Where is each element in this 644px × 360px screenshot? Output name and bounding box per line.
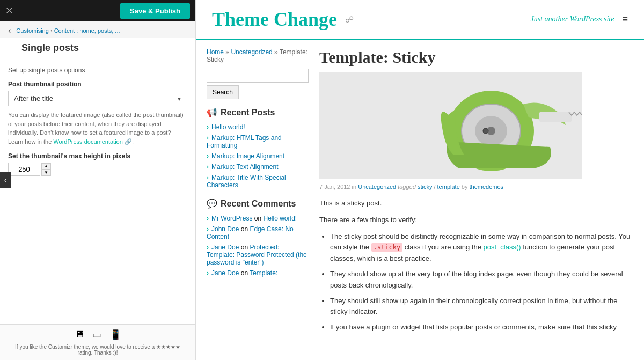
list-item: If you have a plugin or widget that list… [330, 322, 633, 333]
spinner-down[interactable]: ▼ [41, 170, 51, 176]
list-item: They should show up at the very top of t… [330, 269, 633, 291]
thumbnail-position-select-wrapper: Before the title After the title No thum… [8, 91, 187, 106]
breadcrumb-category-link[interactable]: Uncategorized [231, 48, 272, 56]
thumbnail-position-select[interactable]: Before the title After the title No thum… [8, 91, 187, 106]
post-link[interactable]: Markup: Text Alignment [211, 163, 279, 171]
commenter-link[interactable]: Jane Doe [211, 269, 239, 277]
search-input[interactable] [207, 69, 309, 83]
section-description: Set up single posts options [8, 67, 187, 74]
post-link[interactable]: Markup: Image Alignment [211, 152, 284, 160]
mobile-icon[interactable]: 📱 [109, 329, 121, 341]
customizer-left-panel: ✕ Save & Publish ‹ Customising › Content… [0, 0, 196, 360]
list-item: Markup: Text Alignment [207, 161, 309, 172]
post-body-list: The sticky post should be distinctly rec… [319, 231, 633, 333]
breadcrumb-home-link[interactable]: Home [207, 48, 224, 56]
thumbnail-help-text: You can display the featured image (also… [8, 111, 187, 146]
search-button[interactable]: Search [207, 85, 239, 99]
spinner-buttons: ▲ ▼ [41, 163, 51, 176]
code-sticky: .sticky [371, 243, 403, 252]
recent-comments-widget: 💬 Recent Comments Mr WordPress on Hello … [207, 199, 309, 278]
post-meta: 7 Jan, 2012 in Uncategorized tagged stic… [319, 183, 633, 190]
wp-sidebar: Home » Uncategorized » Template: Sticky … [207, 48, 309, 339]
back-arrow-icon[interactable]: ‹ [8, 26, 11, 35]
wp-content-area: Home » Uncategorized » Template: Sticky … [196, 40, 644, 347]
svg-rect-5 [539, 112, 572, 122]
post-link[interactable]: Hello world! [211, 123, 245, 131]
desktop-icon[interactable]: 🖥 [75, 329, 84, 341]
breadcrumb-sep1: » [225, 48, 231, 56]
close-button[interactable]: ✕ [5, 5, 13, 17]
spinner-up[interactable]: ▲ [41, 163, 51, 170]
commenter-link[interactable]: Mr WordPress [211, 215, 252, 222]
wordpress-preview: Theme Change ☍ Just another WordPress si… [196, 0, 644, 360]
list-item: Jane Doe on Protected: Template: Passwor… [207, 242, 309, 268]
list-item: The sticky post should be distinctly rec… [330, 231, 633, 265]
recent-comments-title: 💬 Recent Comments [207, 199, 309, 209]
wp-breadcrumb: Home » Uncategorized » Template: Sticky [207, 48, 309, 63]
rss-icon[interactable]: ☍ [345, 14, 354, 25]
post-title: Template: Sticky [319, 48, 633, 67]
comment-post-link[interactable]: Hello world! [263, 215, 297, 222]
breadcrumb-sep2: » [274, 48, 280, 56]
post-category-link[interactable]: Uncategorized [358, 183, 396, 190]
tablet-icon[interactable]: ▭ [92, 329, 101, 341]
breadcrumb-bar: ‹ Customising › Content : home, posts, .… [0, 21, 195, 38]
post-class-link[interactable]: post_class() [484, 243, 521, 251]
search-box: Search [207, 69, 309, 99]
breadcrumb-link-customising[interactable]: Customising [16, 27, 49, 34]
left-panel-content: Set up single posts options Post thumbna… [0, 58, 195, 324]
post-link[interactable]: Markup: Title With Special Characters [207, 174, 286, 189]
tape-dispenser-svg [319, 72, 582, 179]
breadcrumb-link-content[interactable]: Content : home, posts, ... [54, 27, 120, 34]
recent-posts-widget: 📢 Recent Posts Hello world! Markup: HTML… [207, 107, 309, 190]
post-body-intro: This is a sticky post. [319, 198, 633, 209]
site-title: Theme Change [212, 8, 337, 31]
commenter-link[interactable]: John Doe [211, 225, 239, 233]
bottom-bar: 🖥 ▭ 📱 If you like the Customizr theme, w… [0, 324, 195, 360]
collapse-panel-arrow[interactable]: ‹ [0, 172, 11, 188]
recent-comments-list: Mr WordPress on Hello world! John Doe on… [207, 213, 309, 278]
list-item: John Doe on Edge Case: No Content [207, 224, 309, 242]
comments-icon: 💬 [207, 199, 217, 209]
post-featured-image [319, 72, 582, 179]
wp-main-content: Template: Sticky [319, 48, 633, 339]
list-item: Mr WordPress on Hello world! [207, 213, 309, 224]
post-link[interactable]: Markup: HTML Tags and Formatting [207, 134, 282, 149]
height-input[interactable] [8, 163, 40, 176]
post-author-link[interactable]: themedemos [470, 183, 504, 190]
post-date: 7 Jan, 2012 [319, 183, 350, 190]
wp-header: Theme Change ☍ Just another WordPress si… [196, 0, 644, 40]
wp-doc-link[interactable]: WordPress documentation [53, 138, 122, 145]
breadcrumb: Customising › Content : home, posts, ... [16, 27, 120, 34]
list-item: Markup: HTML Tags and Formatting [207, 133, 309, 151]
list-item: Hello world! [207, 122, 309, 133]
post-tag-sticky[interactable]: sticky [418, 183, 433, 190]
menu-icon[interactable]: ≡ [622, 14, 628, 25]
commenter-link[interactable]: Jane Doe [211, 244, 239, 251]
comment-post-link[interactable]: Template: [250, 269, 277, 277]
top-bar: ✕ Save & Publish [0, 0, 195, 21]
post-body-verify: There are a few things to verify: [319, 215, 633, 226]
height-label: Set the thumbnail's max height in pixels [8, 152, 187, 160]
post-tag-template[interactable]: template [437, 183, 460, 190]
recent-posts-list: Hello world! Markup: HTML Tags and Forma… [207, 122, 309, 190]
bottom-text: If you like the Customizr theme, we woul… [8, 344, 187, 356]
svg-point-6 [483, 128, 488, 134]
list-item: Markup: Image Alignment [207, 151, 309, 161]
list-item: Markup: Title With Special Characters [207, 172, 309, 190]
recent-posts-title: 📢 Recent Posts [207, 107, 309, 117]
site-tagline: Just another WordPress site [531, 15, 614, 24]
list-item: Jane Doe on Template: [207, 268, 309, 278]
megaphone-icon: 📢 [207, 107, 217, 117]
panel-title: Single posts [0, 38, 195, 58]
list-item: They should still show up again in their… [330, 296, 633, 318]
device-icons: 🖥 ▭ 📱 [75, 329, 121, 341]
height-spinner: ▲ ▼ [8, 163, 187, 176]
thumbnail-position-label: Post thumbnail position [8, 80, 187, 88]
post-body: This is a sticky post. There are a few t… [319, 198, 633, 333]
save-publish-button[interactable]: Save & Publish [120, 3, 190, 19]
